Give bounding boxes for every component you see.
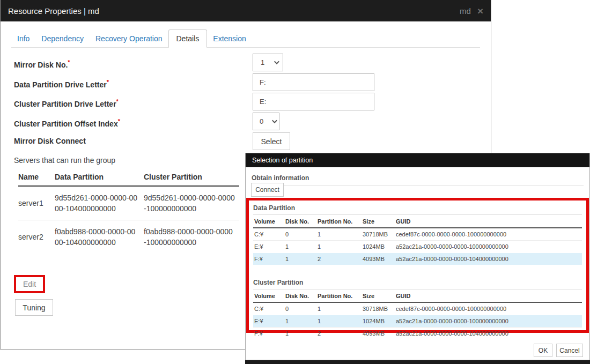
col-partition-no: Partition No. [316,290,362,302]
cluster-partition-drive-letter-label: Cluster Partition Drive Letter* [14,93,119,113]
tab-recovery-operation[interactable]: Recovery Operation [90,30,168,47]
tab-details[interactable]: Details [168,29,208,48]
tuning-button[interactable]: Tuning [15,299,53,316]
cluster-partition-offset-index-select[interactable]: 0 [253,113,279,130]
field-data-partition-drive-letter: Data Partition Drive Letter* [1,73,492,91]
servers-table-header-row: Name Data Partition Cluster Partition [18,169,239,186]
field-mirror-disk-connect: Mirror Disk Connect Select [1,132,492,150]
obtain-information-section: Obtain information [252,173,584,185]
col-size: Size [362,216,395,228]
col-disk-no: Disk No. [284,216,316,228]
cluster-partition-row[interactable]: F:¥ 1 2 4093MB a52ac21a-0000-0000-0000-1… [253,328,582,340]
guid-cell: a52ac21a-0000-0000-0000-104000000000 [395,253,582,265]
field-cluster-partition-offset-index: Cluster Partition Offset Index* 0 [1,113,492,130]
required-asterisk: * [68,59,70,65]
cluster-partition-offset-index-value: 0 [260,117,263,125]
col-size: Size [362,290,395,302]
disk-no-cell: 1 [284,328,316,340]
mirror-disk-connect-label: Mirror Disk Connect [14,132,86,150]
partition-no-cell: 2 [316,253,362,265]
server-name: server1 [18,186,55,220]
edit-button-red-annotation: Edit [14,275,45,293]
data-partition-row[interactable]: E:¥ 1 1 1024MB a52ac21a-0000-0000-0000-1… [253,241,582,253]
server-data-partition-guid: 9d55d261-0000-0000-0000-104000000000 [55,186,144,220]
size-cell: 30718MB [362,302,395,315]
partition-no-cell: 1 [316,241,362,253]
tab-info[interactable]: Info [11,30,35,47]
volume-cell: E:¥ [253,315,284,328]
cluster-partition-row[interactable]: C:¥ 0 1 30718MB cedef87c-0000-0000-0000-… [253,302,582,315]
titlebar-resource-name: md [460,6,471,16]
dialog-title: Resource Properties | md [8,6,99,16]
servers-table: Name Data Partition Cluster Partition se… [18,169,239,254]
partition-table-header-row: Volume Disk No. Partition No. Size GUID [253,216,582,228]
cluster-partition-label: Cluster Partition [253,279,303,286]
cluster-partition-drive-letter-input[interactable] [253,93,374,110]
guid-cell: cedef87c-0000-0000-0000-100000000000 [395,228,582,241]
volume-cell: F:¥ [253,328,284,340]
volume-cell: F:¥ [253,253,284,265]
dialog-footer: OK Cancel [534,344,583,357]
tab-dependency[interactable]: Dependency [35,30,90,47]
data-partition-row[interactable]: C:¥ 0 1 30718MB cedef87c-0000-0000-0000-… [253,228,582,241]
data-partition-row-selected[interactable]: F:¥ 1 2 4093MB a52ac21a-0000-0000-0000-1… [253,253,582,265]
partition-no-cell: 2 [316,328,362,340]
servers-col-cluster-partition: Cluster Partition [144,169,239,186]
edit-button[interactable]: Edit [23,280,36,288]
size-cell: 30718MB [362,228,395,241]
data-partition-drive-letter-label-text: Data Partition Drive Letter [14,80,107,89]
col-guid: GUID [395,290,582,302]
background-window-bar [245,360,590,364]
disk-no-cell: 0 [284,228,316,241]
cluster-partition-offset-index-label-text: Cluster Partition Offset Index [14,120,118,128]
servers-col-data-partition: Data Partition [55,169,144,186]
partition-no-cell: 1 [316,228,362,241]
mirror-disk-no-value: 1 [261,58,264,66]
section-divider [252,185,584,185]
mirror-disk-no-select[interactable]: 1 [253,54,283,71]
server-data-partition-guid: f0abd988-0000-0000-0000-104000000000 [55,220,144,254]
disk-no-cell: 1 [284,241,316,253]
screen: Resource Properties | md md × Info Depen… [0,0,590,364]
section-gap [253,265,582,277]
mirror-disk-connect-select-button[interactable]: Select [253,132,290,150]
size-cell: 4093MB [362,328,395,340]
guid-cell: a52ac21a-0000-0000-0000-100000000000 [395,315,582,328]
volume-cell: E:¥ [253,241,284,253]
required-asterisk: * [107,79,109,85]
cluster-partition-row-selected[interactable]: E:¥ 1 1 1024MB a52ac21a-0000-0000-0000-1… [253,315,582,328]
guid-cell: a52ac21a-0000-0000-0000-104000000000 [395,328,582,340]
guid-cell: cedef87c-0000-0000-0000-100000000000 [395,302,582,315]
servers-col-name: Name [18,169,55,186]
selection-of-partition-titlebar: Selection of partition [246,153,589,167]
disk-no-cell: 1 [284,253,316,265]
tab-bar: Info Dependency Recovery Operation Detai… [11,30,480,48]
selection-of-partition-dialog: Selection of partition Obtain informatio… [245,153,590,360]
data-partition-section: Data Partition Volume Disk No. Partition… [253,203,582,265]
resource-properties-titlebar: Resource Properties | md md × [1,0,491,21]
servers-table-row: server2 f0abd988-0000-0000-0000-10400000… [18,220,239,254]
partition-no-cell: 1 [316,315,362,328]
disk-no-cell: 1 [284,315,316,328]
chevron-down-icon [272,118,277,123]
cancel-button[interactable]: Cancel [556,344,583,357]
volume-cell: C:¥ [253,302,284,315]
server-cluster-partition-guid: f0abd988-0000-0000-0000-100000000000 [144,220,239,254]
connect-button[interactable]: Connect [251,183,284,197]
required-asterisk: * [116,98,119,105]
data-partition-label: Data Partition [253,204,295,212]
tab-extension[interactable]: Extension [207,30,252,47]
field-mirror-disk-no: Mirror Disk No.* 1 [1,54,492,71]
cluster-partition-drive-letter-label-text: Cluster Partition Drive Letter [14,100,116,108]
data-partition-drive-letter-label: Data Partition Drive Letter* [14,73,109,94]
ok-button[interactable]: OK [534,344,552,357]
disk-no-cell: 0 [284,302,316,315]
col-guid: GUID [395,216,582,228]
section-divider [253,289,582,289]
servers-section-label: Servers that can run the group [14,156,115,165]
size-cell: 4093MB [362,253,395,265]
server-name: server2 [18,220,55,254]
data-partition-drive-letter-input[interactable] [253,73,374,91]
close-icon[interactable]: × [477,6,483,16]
obtain-information-label: Obtain information [252,174,309,182]
